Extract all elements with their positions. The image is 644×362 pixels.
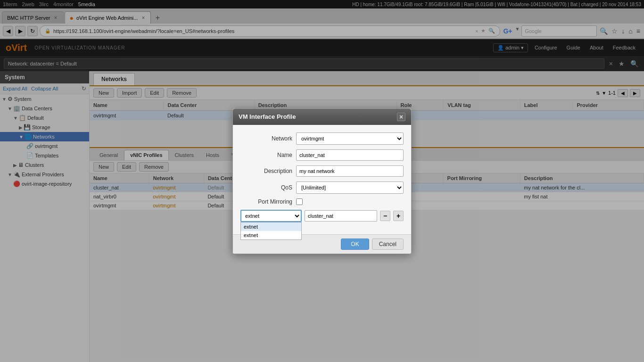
desc-row: Description [240,165,404,177]
desc-input[interactable] [296,165,404,177]
modal-title: VM Interface Profile [239,113,296,120]
network-row: Network ovirtmgmt [240,132,404,145]
network-label: Network [240,135,292,142]
port-mirror-row: Port Mirroring [240,198,404,205]
remove-profile-row-btn[interactable]: − [380,211,390,221]
desc-label: Description [240,168,292,174]
profile-list-item-extnet1[interactable]: extnet [241,222,301,231]
network-select[interactable]: ovirtmgmt [296,132,404,145]
modal-cancel-btn[interactable]: Cancel [372,239,404,250]
qos-label: QoS [240,184,292,191]
name-row: Name [240,149,404,161]
modal-body: Network ovirtmgmt Name Description QoS [… [233,125,411,234]
modal-close-btn[interactable]: × [397,113,405,121]
port-mirror-checkbox[interactable] [296,198,303,205]
port-mirror-label: Port Mirroring [240,198,292,205]
vm-interface-profile-modal: VM Interface Profile × Network ovirtmgmt… [232,108,412,254]
profile-list-item-extnet2[interactable]: extnet [241,231,301,239]
modal-header: VM Interface Profile × [233,109,411,125]
profile-row: extnet extnet extnet − + [240,210,404,222]
profile-dropdown[interactable]: extnet [240,210,302,222]
modal-ok-btn[interactable]: OK [341,239,369,250]
name-label: Name [240,152,292,158]
profile-select-wrap: extnet extnet extnet [240,210,302,222]
qos-select[interactable]: [Unlimited] [296,181,404,194]
profile-list: extnet extnet [240,222,302,240]
profile-name-input[interactable] [305,210,377,222]
modal-overlay: VM Interface Profile × Network ovirtmgmt… [0,0,644,362]
name-input[interactable] [296,149,404,161]
add-profile-row-btn[interactable]: + [393,211,404,221]
qos-row: QoS [Unlimited] [240,181,404,194]
